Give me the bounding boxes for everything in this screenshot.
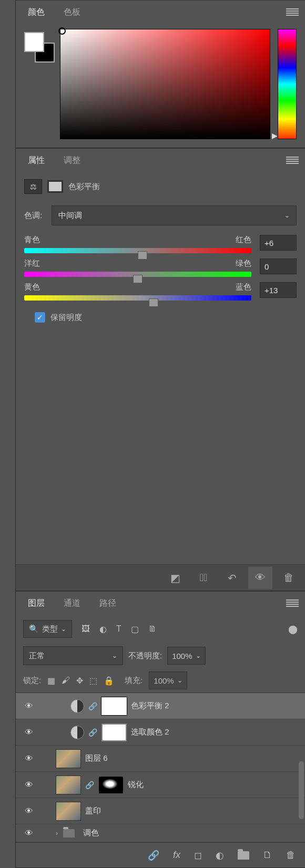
- opacity-input[interactable]: 100% ⌄: [167, 647, 205, 665]
- view-previous-button[interactable]: 👁⃠: [191, 567, 216, 589]
- tab-color[interactable]: 颜色: [18, 1, 54, 24]
- color-picker-cursor: [58, 27, 66, 35]
- chevron-down-icon: ⌄: [61, 625, 66, 633]
- filter-image-icon[interactable]: 🖼: [82, 624, 90, 634]
- fill-value: 100%: [154, 676, 174, 685]
- layer-name[interactable]: 锐化: [128, 780, 144, 790]
- adjustment-icon: [70, 726, 84, 739]
- filter-text-icon[interactable]: T: [116, 624, 121, 634]
- layer-name[interactable]: 调色: [83, 828, 99, 838]
- chevron-down-icon: ⌄: [196, 652, 201, 659]
- clip-button[interactable]: ◩: [163, 567, 187, 589]
- opacity-label: 不透明度:: [128, 651, 162, 661]
- properties-panel-menu[interactable]: [286, 149, 299, 172]
- layer-mask[interactable]: [98, 776, 124, 794]
- filter-adjust-icon[interactable]: ◐: [99, 624, 107, 634]
- fx-button[interactable]: fx: [173, 850, 180, 861]
- scrollbar[interactable]: [299, 761, 304, 819]
- filter-shape-icon[interactable]: ▢: [131, 624, 139, 634]
- fill-label: 填充:: [125, 676, 143, 686]
- foreground-color[interactable]: [24, 32, 44, 52]
- left-toolbar: [0, 0, 16, 868]
- adjustment-title: 色彩平衡: [68, 182, 100, 192]
- lock-paint-icon[interactable]: 🖌: [62, 676, 70, 685]
- lock-label: 锁定:: [23, 676, 41, 686]
- chevron-down-icon: ⌄: [112, 652, 117, 659]
- blend-mode-select[interactable]: 正常 ⌄: [23, 646, 123, 665]
- filter-toggle[interactable]: ⬤: [288, 624, 298, 634]
- folder-icon: [63, 829, 75, 838]
- layer-item[interactable]: 👁 🔗 色彩平衡 2: [16, 693, 305, 719]
- layer-thumbnail[interactable]: [56, 749, 81, 768]
- cyan-red-value[interactable]: +6: [260, 235, 297, 251]
- chevron-down-icon: ⌄: [284, 212, 290, 219]
- layers-panel: 图层 通道 路径 🔍 类型 ⌄ 🖼 ◐ T ▢ 🗎 ⬤ 正常 ⌄ 不透明度: 1…: [16, 591, 305, 868]
- delete-layer-button[interactable]: 🗑: [286, 850, 296, 861]
- color-spectrum[interactable]: [60, 29, 270, 139]
- new-group-button[interactable]: [238, 851, 249, 860]
- cyan-red-slider[interactable]: [24, 248, 251, 253]
- slider2-left: 洋红: [24, 259, 40, 268]
- adjustment-button[interactable]: ◐: [216, 850, 224, 861]
- lock-transparent-icon[interactable]: ▦: [47, 676, 55, 686]
- layer-thumbnail[interactable]: [56, 802, 81, 821]
- layer-mask[interactable]: [101, 724, 127, 741]
- magenta-green-slider[interactable]: [24, 272, 251, 277]
- blend-mode-value: 正常: [29, 651, 45, 661]
- lock-all-icon[interactable]: 🔒: [104, 676, 114, 686]
- preserve-luminosity-checkbox[interactable]: ✓: [35, 312, 45, 323]
- layer-name[interactable]: 盖印: [85, 806, 101, 816]
- visibility-icon[interactable]: 👁: [21, 728, 37, 737]
- new-layer-button[interactable]: 🗋: [263, 850, 272, 861]
- search-icon: 🔍: [29, 624, 39, 634]
- tab-swatches[interactable]: 色板: [54, 1, 90, 24]
- lock-artboard-icon[interactable]: ⬚: [89, 676, 97, 686]
- tone-label: 色调:: [24, 211, 52, 221]
- yellow-blue-value[interactable]: +13: [260, 282, 297, 298]
- layer-item[interactable]: 👁 图层 6: [16, 746, 305, 772]
- visibility-icon[interactable]: 👁: [21, 807, 37, 816]
- layer-item[interactable]: 👁 🔗 选取颜色 2: [16, 719, 305, 746]
- layer-item[interactable]: 👁 🔗 锐化: [16, 772, 305, 798]
- slider-thumb[interactable]: [133, 275, 143, 283]
- filter-smart-icon[interactable]: 🗎: [148, 624, 157, 634]
- tab-paths[interactable]: 路径: [90, 592, 126, 615]
- layer-name[interactable]: 选取颜色 2: [131, 727, 169, 737]
- tab-layers[interactable]: 图层: [18, 592, 54, 615]
- layers-panel-menu[interactable]: [286, 592, 299, 615]
- visibility-icon[interactable]: 👁: [21, 701, 37, 711]
- layer-mask[interactable]: [101, 697, 127, 715]
- tab-adjust[interactable]: 调整: [54, 149, 90, 172]
- layer-thumbnail[interactable]: [56, 776, 81, 794]
- filter-type-select[interactable]: 🔍 类型 ⌄: [23, 620, 72, 638]
- visibility-button[interactable]: 👁: [248, 567, 272, 589]
- link-layers-button[interactable]: 🔗: [148, 850, 159, 861]
- slider-thumb[interactable]: [149, 298, 158, 307]
- lock-move-icon[interactable]: ✥: [76, 676, 83, 686]
- slider-thumb[interactable]: [138, 251, 147, 260]
- layer-name[interactable]: 图层 6: [85, 753, 108, 763]
- layer-item[interactable]: 👁 › 调色: [16, 824, 305, 842]
- layer-name[interactable]: 色彩平衡 2: [131, 701, 169, 711]
- hue-strip[interactable]: ▶: [278, 29, 297, 139]
- preserve-label: 保留明度: [50, 313, 82, 323]
- fg-bg-swatch[interactable]: [24, 32, 53, 139]
- layer-item[interactable]: 👁 盖印: [16, 798, 305, 824]
- opacity-value: 100%: [172, 652, 192, 660]
- mask-icon: [47, 180, 63, 193]
- delete-button[interactable]: 🗑: [277, 567, 301, 589]
- reset-button[interactable]: ↶: [220, 567, 244, 589]
- tone-select[interactable]: 中间调 ⌄: [52, 205, 297, 225]
- yellow-blue-slider[interactable]: [24, 295, 251, 301]
- visibility-icon[interactable]: 👁: [21, 754, 37, 763]
- magenta-green-value[interactable]: 0: [260, 259, 297, 274]
- color-panel-menu[interactable]: [286, 1, 299, 24]
- expand-icon[interactable]: ›: [56, 830, 58, 837]
- visibility-icon[interactable]: 👁: [21, 780, 37, 790]
- visibility-icon[interactable]: 👁: [21, 829, 37, 838]
- fill-input[interactable]: 100% ⌄: [149, 671, 187, 689]
- tab-properties[interactable]: 属性: [18, 149, 54, 172]
- properties-panel: 属性 调整 ⚖ 色彩平衡 色调: 中间调 ⌄ 青色红色 +6 洋红绿色: [16, 148, 305, 591]
- tab-channels[interactable]: 通道: [54, 592, 90, 615]
- mask-button[interactable]: ◻: [194, 850, 202, 861]
